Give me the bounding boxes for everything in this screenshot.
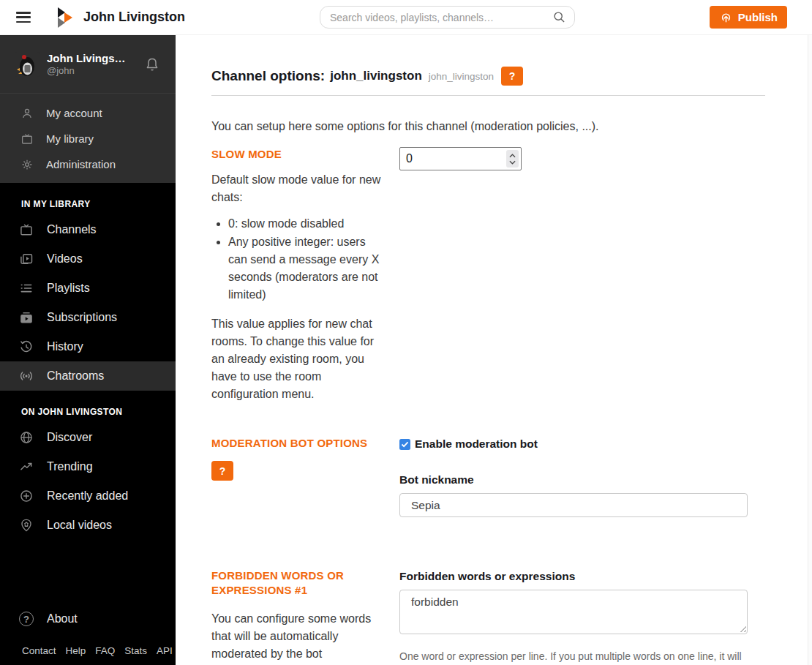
home-pin-icon	[19, 518, 34, 533]
history-clock-icon	[19, 339, 34, 354]
check-icon	[401, 441, 409, 448]
slow-mode-input[interactable]	[399, 147, 522, 170]
moderation-bot-title: MODERATION BOT OPTIONS	[211, 436, 381, 451]
page-header: Channel options: john_livingston john_li…	[211, 67, 765, 86]
gear-icon	[20, 158, 34, 171]
user-handle: @john	[47, 65, 143, 76]
publish-button[interactable]: Publish	[710, 6, 787, 29]
intro-text: You can setup here some options for this…	[211, 120, 765, 133]
scrollbar[interactable]	[808, 35, 812, 665]
enable-bot-checkbox[interactable]	[399, 439, 410, 450]
heading-divider	[211, 95, 765, 96]
page-title: Channel options:	[211, 68, 325, 84]
footer-link-api[interactable]: API	[157, 645, 173, 656]
search-box	[320, 6, 575, 29]
slow-mode-row: SLOW MODE Default slow mode value for ne…	[211, 147, 765, 403]
search-icon[interactable]	[552, 10, 567, 25]
section-label-on-instance: ON JOHN LIVINGSTON	[21, 407, 176, 417]
sidebar-item-administration[interactable]: Administration	[0, 151, 176, 177]
sidebar-item-subscriptions[interactable]: Subscriptions	[0, 303, 176, 332]
globe-icon	[19, 430, 34, 445]
upload-icon	[719, 10, 733, 24]
instance-title[interactable]: John Livingston	[83, 10, 185, 25]
bot-nickname-input[interactable]	[399, 493, 748, 517]
person-icon	[20, 107, 34, 120]
footer-link-contact[interactable]: Contact	[22, 645, 56, 656]
sidebar-item-playlists[interactable]: Playlists	[0, 274, 176, 303]
logged-in-user[interactable]: John Livings… @john	[0, 35, 176, 94]
plus-circle-icon	[19, 489, 34, 503]
subscriptions-icon	[19, 310, 34, 325]
footer-link-stats[interactable]: Stats	[124, 645, 147, 656]
enable-bot-row: Enable moderation bot	[399, 437, 748, 451]
main-content: Channel options: john_livingston john_li…	[176, 35, 812, 665]
user-display-name: John Livings…	[47, 52, 127, 64]
slow-mode-bullet-list: 0: slow mode disabled Any positive integ…	[211, 215, 381, 304]
footer-link-help[interactable]: Help	[66, 645, 86, 656]
sidebar-item-recently-added[interactable]: Recently added	[0, 481, 176, 511]
trending-icon	[19, 459, 34, 474]
avatar[interactable]	[15, 52, 40, 77]
forbidden-words-help: One word or expression per line. If you …	[399, 649, 748, 665]
sidebar-item-local-videos[interactable]: Local videos	[0, 511, 176, 540]
channel-options-help-button[interactable]: ?	[501, 67, 523, 86]
page-title-channel-name: john_livingston	[330, 69, 422, 83]
channels-tv-icon	[19, 222, 34, 237]
notifications-bell-icon[interactable]	[143, 56, 161, 73]
sidebar-item-my-account[interactable]: My account	[0, 100, 176, 126]
playlists-icon	[19, 281, 34, 296]
sidebar-item-discover[interactable]: Discover	[0, 423, 176, 452]
sidebar-footer: Contact Help FAQ Stats API	[0, 645, 176, 665]
sidebar-item-chatrooms[interactable]: Chatrooms	[0, 361, 176, 391]
sidebar-item-trending[interactable]: Trending	[0, 452, 176, 481]
number-spinner[interactable]	[506, 150, 519, 168]
search-input[interactable]	[320, 12, 552, 23]
chatrooms-live-icon	[19, 369, 34, 383]
slow-mode-description: Default slow mode value for new chats:	[211, 173, 380, 203]
forbidden-words-description: You can configure some words that will b…	[211, 610, 381, 665]
slow-mode-note: This value applies for new chat rooms. T…	[211, 315, 381, 403]
forbidden-words-title: FORBIDDEN WORDS OR EXPRESSIONS #1	[211, 568, 381, 598]
forbidden-words-textarea[interactable]: forbidden	[399, 590, 748, 634]
footer-link-faq[interactable]: FAQ	[95, 645, 115, 656]
menu-toggle-icon[interactable]	[16, 12, 31, 23]
sidebar-account-block: John Livings… @john My account	[0, 35, 176, 183]
forbidden-words-field-label: Forbidden words or expressions	[399, 570, 748, 583]
slow-mode-input-wrap	[399, 147, 522, 170]
moderation-bot-row: MODERATION BOT OPTIONS ? Enable moderati…	[211, 436, 765, 517]
top-bar: John Livingston Publish	[0, 0, 812, 35]
enable-bot-label: Enable moderation bot	[415, 437, 538, 451]
sidebar-item-videos[interactable]: Videos	[0, 244, 176, 274]
slow-mode-bullet: Any positive integer: users can send a m…	[228, 233, 381, 304]
moderation-bot-help-button[interactable]: ?	[211, 461, 233, 481]
bot-nickname-label: Bot nickname	[399, 473, 748, 486]
slow-mode-bullet: 0: slow mode disabled	[228, 215, 381, 233]
question-circle-icon: ?	[19, 612, 34, 626]
sidebar-item-my-library[interactable]: My library	[0, 126, 176, 151]
sidebar-item-about[interactable]: ? About	[0, 604, 176, 634]
videos-icon	[19, 252, 34, 266]
channel-handle: john_livingston	[429, 71, 494, 82]
tv-icon	[20, 132, 34, 146]
section-label-in-my-library: IN MY LIBRARY	[21, 199, 176, 209]
sidebar-item-history[interactable]: History	[0, 332, 176, 361]
peertube-logo-icon[interactable]	[56, 7, 73, 29]
sidebar: John Livings… @john My account	[0, 35, 176, 665]
chevron-down-icon	[509, 160, 516, 165]
sidebar-item-channels[interactable]: Channels	[0, 215, 176, 244]
chevron-up-icon	[509, 154, 516, 158]
slow-mode-title: SLOW MODE	[211, 147, 381, 162]
forbidden-words-row: FORBIDDEN WORDS OR EXPRESSIONS #1 You ca…	[211, 568, 765, 665]
